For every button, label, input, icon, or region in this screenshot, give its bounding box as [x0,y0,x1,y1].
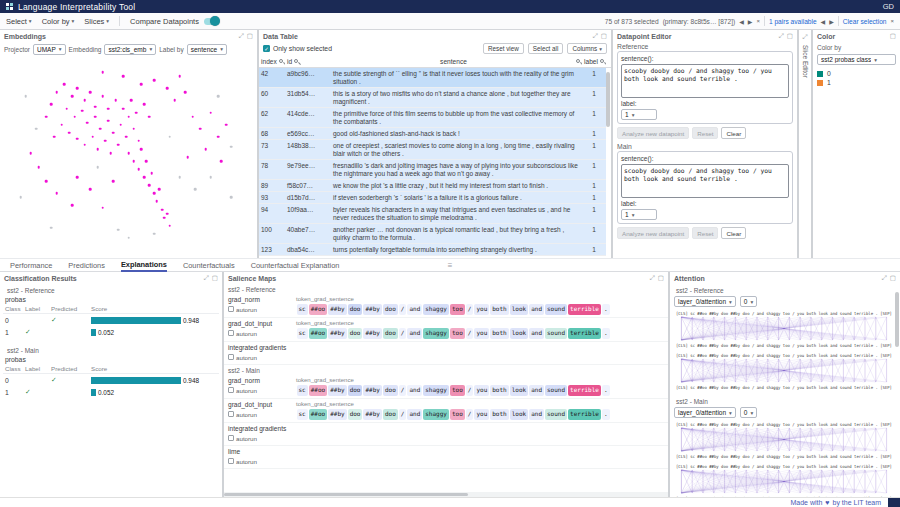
token-chip[interactable]: / [399,304,407,315]
scatter-point[interactable] [173,99,176,102]
scatter-point[interactable] [191,115,194,118]
scatter-point[interactable] [99,127,102,130]
scatter-point[interactable] [35,127,38,130]
scatter-point[interactable] [135,111,138,114]
table-row[interactable]: 789e79ee…fresnadillo 's dark and jolting… [259,160,606,180]
scatter-point[interactable] [125,136,128,139]
scatter-point[interactable] [30,152,33,155]
scatter-point[interactable] [184,91,187,94]
token-chip[interactable]: too [450,304,465,315]
attention-plot[interactable]: [CLS] sc ##oo ##by doo ##by doo / and sh… [673,309,895,349]
attention-plot[interactable]: [CLS] sc ##oo ##by doo ##by doo / and sh… [673,420,895,460]
token-chip[interactable]: / [466,328,474,339]
scatter-point[interactable] [73,115,76,118]
scatter-point[interactable] [109,152,112,155]
attention-plot[interactable]: [CLS] sc ##oo ##by doo ##by doo / and sh… [673,351,895,391]
token-chip[interactable]: ##oo [309,385,327,396]
scatter-point[interactable] [137,168,140,171]
token-chip[interactable]: doo [383,385,398,396]
scatter-point[interactable] [76,176,79,179]
scatter-point[interactable] [63,83,66,86]
scatter-point[interactable] [217,136,220,139]
token-chip[interactable]: and [529,304,544,315]
search-icon[interactable] [279,59,283,63]
scatter-point[interactable] [55,91,58,94]
scatter-point[interactable] [112,180,115,183]
scatter-point[interactable] [148,115,151,118]
scatter-point[interactable] [114,99,117,102]
token-chip[interactable]: ##oo [309,409,327,420]
scatter-point[interactable] [127,152,130,155]
token-chip[interactable]: doo [383,304,398,315]
autorun-checkbox[interactable]: autorun [228,330,257,337]
token-chip[interactable]: sound [545,385,567,396]
head-select[interactable]: 0▾ [740,296,757,307]
unpin-datapoint-icon[interactable]: × [756,18,760,24]
scatter-point[interactable] [96,166,99,169]
token-chip[interactable]: . [602,385,610,396]
scatter-point[interactable] [102,95,105,98]
column-header-sentence[interactable]: sentence [331,58,582,65]
next-pair-icon[interactable]: ▶ [829,18,834,25]
token-chip[interactable]: / [466,304,474,315]
token-chip[interactable]: ##oo [309,304,327,315]
popout-icon[interactable]: ⤢ [593,33,598,40]
search-icon[interactable] [576,59,580,63]
scatter-point[interactable] [107,107,110,110]
token-chip[interactable]: sc [297,409,308,420]
token-chip[interactable]: and [529,409,544,420]
scatter-point[interactable] [104,140,107,143]
label-select[interactable]: 1▾ [621,209,657,220]
analyze-new-datapoint-button[interactable]: Analyze new datapoint [617,127,689,139]
token-chip[interactable]: and [529,328,544,339]
popout-icon[interactable]: ⤢ [204,275,209,282]
compare-datapoints-toggle[interactable]: Compare Datapoints [130,17,219,26]
sentence-textarea[interactable]: scooby dooby doo / and shaggy too / you … [621,64,789,98]
scatter-point[interactable] [76,138,79,141]
token-chip[interactable]: you [474,385,489,396]
maximize-icon[interactable]: ▢ [658,275,664,282]
token-chip[interactable]: too [450,409,465,420]
scatter-point[interactable] [102,71,105,74]
analyze-new-datapoint-button[interactable]: Analyze new datapoint [617,227,689,239]
token-chip[interactable]: too [450,328,465,339]
scatter-point[interactable] [186,156,189,159]
token-chip[interactable]: . [602,409,610,420]
token-chip[interactable]: and [407,385,422,396]
autorun-checkbox[interactable]: autorun [228,458,257,465]
scatter-point[interactable] [140,148,143,151]
scatter-point[interactable] [66,107,69,110]
table-row[interactable]: 62414cde…the primitive force of this fil… [259,108,606,128]
autorun-checkbox[interactable]: autorun [228,435,257,442]
token-chip[interactable]: ##by [363,409,381,420]
scatter-point[interactable] [204,148,207,151]
scatter-point[interactable] [209,111,212,114]
token-chip[interactable]: terrible [568,385,601,396]
token-chip[interactable]: shaggy [423,409,449,420]
maximize-icon[interactable]: ▢ [212,275,218,282]
maximize-icon[interactable]: ▢ [890,275,896,282]
scatter-point[interactable] [89,188,92,191]
token-chip[interactable]: . [602,328,610,339]
scatter-point[interactable] [24,95,27,98]
scatter-point[interactable] [179,176,182,179]
embedding-select[interactable]: sst2:cls_emb▾ [104,44,156,55]
tab-counterfactuals[interactable]: Counterfactuals [183,258,235,272]
scatter-point[interactable] [91,136,94,139]
expand-icon[interactable]: ⤢ [802,34,807,41]
token-chip[interactable]: look [510,385,528,396]
scatter-point[interactable] [153,79,156,82]
scatter-point[interactable] [158,188,161,191]
token-chip[interactable]: and [407,328,422,339]
column-header-label[interactable]: label⇅ [582,58,606,65]
clear-button[interactable]: Clear [721,227,746,239]
token-chip[interactable]: shaggy [423,304,449,315]
next-datapoint-icon[interactable]: ▶ [748,18,753,25]
scatter-point[interactable] [225,123,228,126]
scatter-point[interactable] [76,87,79,90]
search-icon[interactable] [600,59,604,63]
only-show-selected-checkbox[interactable]: ✓ Only show selected [263,45,332,52]
table-row[interactable]: 6031db54…this is a story of two misfits … [259,88,606,108]
scatter-point[interactable] [143,103,146,106]
token-chip[interactable]: you [474,304,489,315]
